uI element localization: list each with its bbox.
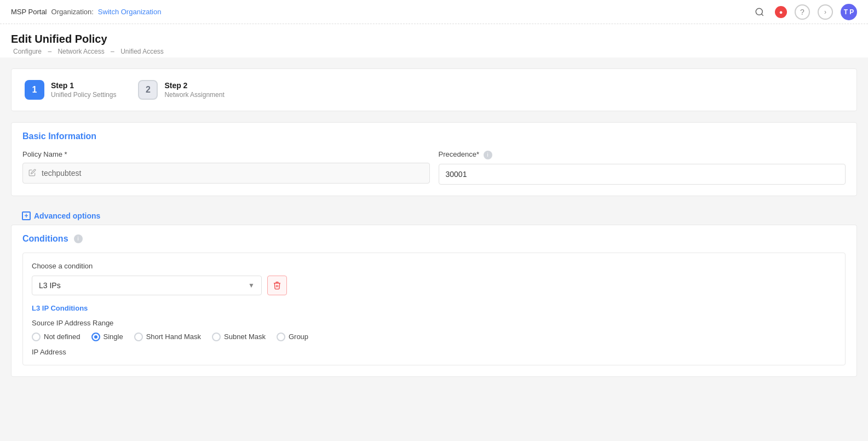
basic-info-title: Basic Information	[12, 123, 856, 141]
condition-dropdown-value: L3 IPs	[39, 281, 61, 290]
main-content: 1 Step 1 Unified Policy Settings 2 Step …	[0, 58, 868, 388]
switch-org-link[interactable]: Switch Organization	[98, 8, 162, 16]
basic-info-body: Policy Name * Precedence* i	[12, 141, 856, 196]
radio-not-defined-circle	[32, 333, 41, 341]
policy-name-input-wrapper	[22, 163, 430, 184]
radio-group-circle	[277, 333, 285, 341]
step-2-num: 2	[138, 80, 158, 100]
advanced-options-toggle[interactable]: + Advanced options	[22, 211, 846, 220]
notification-icon[interactable]: ●	[775, 6, 787, 18]
radio-short-hand-mask-label: Short Hand Mask	[146, 333, 201, 341]
condition-box: Choose a condition L3 IPs ▼ L3 IP Condit…	[22, 253, 846, 365]
choose-condition-label: Choose a condition	[32, 262, 836, 270]
org-label: Organization:	[51, 8, 94, 16]
advanced-options-section: + Advanced options	[11, 207, 857, 225]
search-icon[interactable]	[752, 4, 767, 20]
help-icon[interactable]: ?	[795, 4, 810, 20]
breadcrumb-unified-access[interactable]: Unified Access	[120, 48, 164, 55]
source-ip-label: Source IP Address Range	[32, 319, 836, 327]
step-2-sub: Network Assignment	[164, 91, 224, 99]
portal-label: MSP Portal	[11, 8, 47, 16]
svg-line-1	[761, 14, 763, 15]
l3-ip-title: L3 IP Conditions	[32, 304, 836, 312]
plus-icon: +	[22, 211, 31, 220]
svg-point-0	[756, 8, 762, 15]
conditions-body: Choose a condition L3 IPs ▼ L3 IP Condit…	[12, 244, 856, 376]
arrow-right-icon[interactable]: ›	[818, 4, 833, 20]
step-2-label: Step 2	[164, 81, 224, 90]
stepper: 1 Step 1 Unified Policy Settings 2 Step …	[11, 68, 857, 111]
delete-condition-button[interactable]	[267, 276, 287, 295]
step-1-text: Step 1 Unified Policy Settings	[51, 81, 116, 99]
precedence-info-icon[interactable]: i	[484, 151, 492, 159]
precedence-group: Precedence* i	[439, 150, 846, 185]
step-1[interactable]: 1 Step 1 Unified Policy Settings	[25, 80, 116, 100]
basic-info-section: Basic Information Policy Name * Preceden…	[11, 122, 857, 196]
step-2-text: Step 2 Network Assignment	[164, 81, 224, 99]
radio-subnet-mask-label: Subnet Mask	[224, 333, 266, 341]
topnav-right: ● ? › T P	[752, 4, 857, 20]
breadcrumb-sep2: –	[111, 48, 114, 55]
topnav: MSP Portal Organization: Switch Organiza…	[0, 0, 868, 24]
advanced-options-label: Advanced options	[34, 211, 100, 220]
radio-subnet-mask[interactable]: Subnet Mask	[212, 333, 266, 341]
radio-subnet-mask-circle	[212, 333, 221, 341]
radio-group: Not defined Single Short Hand Mask Subne…	[32, 333, 836, 341]
radio-single-circle	[91, 333, 100, 341]
page-header: Edit Unified Policy Configure – Network …	[0, 24, 868, 58]
radio-single-label: Single	[104, 333, 123, 341]
conditions-section: Conditions i Choose a condition L3 IPs ▼…	[11, 225, 857, 377]
precedence-label: Precedence* i	[439, 150, 846, 159]
radio-group-option[interactable]: Group	[277, 333, 308, 341]
conditions-header: Conditions i	[12, 225, 856, 244]
policy-name-group: Policy Name *	[22, 150, 430, 185]
step-1-sub: Unified Policy Settings	[51, 91, 116, 99]
radio-not-defined[interactable]: Not defined	[32, 333, 81, 341]
radio-not-defined-label: Not defined	[44, 333, 81, 341]
breadcrumb-configure[interactable]: Configure	[13, 48, 42, 55]
pencil-icon	[23, 169, 42, 178]
radio-group-label: Group	[289, 333, 308, 341]
user-avatar[interactable]: T P	[841, 4, 857, 20]
conditions-info-icon[interactable]: i	[74, 234, 83, 243]
radio-short-hand-mask[interactable]: Short Hand Mask	[134, 333, 201, 341]
ip-address-label: IP Address	[32, 348, 836, 356]
condition-dropdown-row: L3 IPs ▼	[32, 276, 836, 295]
breadcrumb: Configure – Network Access – Unified Acc…	[11, 48, 857, 55]
precedence-input[interactable]	[439, 164, 846, 185]
step-1-label: Step 1	[51, 81, 116, 90]
breadcrumb-sep1: –	[48, 48, 51, 55]
conditions-title: Conditions	[22, 234, 68, 244]
breadcrumb-network-access[interactable]: Network Access	[58, 48, 104, 55]
step-2[interactable]: 2 Step 2 Network Assignment	[138, 80, 224, 100]
topnav-left: MSP Portal Organization: Switch Organiza…	[11, 8, 161, 16]
form-row: Policy Name * Precedence* i	[22, 150, 846, 185]
policy-name-label: Policy Name *	[22, 150, 430, 158]
page-title: Edit Unified Policy	[11, 33, 857, 45]
radio-short-hand-mask-circle	[134, 333, 143, 341]
radio-single[interactable]: Single	[91, 333, 123, 341]
condition-dropdown[interactable]: L3 IPs ▼	[32, 276, 262, 295]
policy-name-input[interactable]	[42, 163, 429, 183]
chevron-down-icon: ▼	[248, 282, 255, 289]
step-1-num: 1	[25, 80, 44, 100]
